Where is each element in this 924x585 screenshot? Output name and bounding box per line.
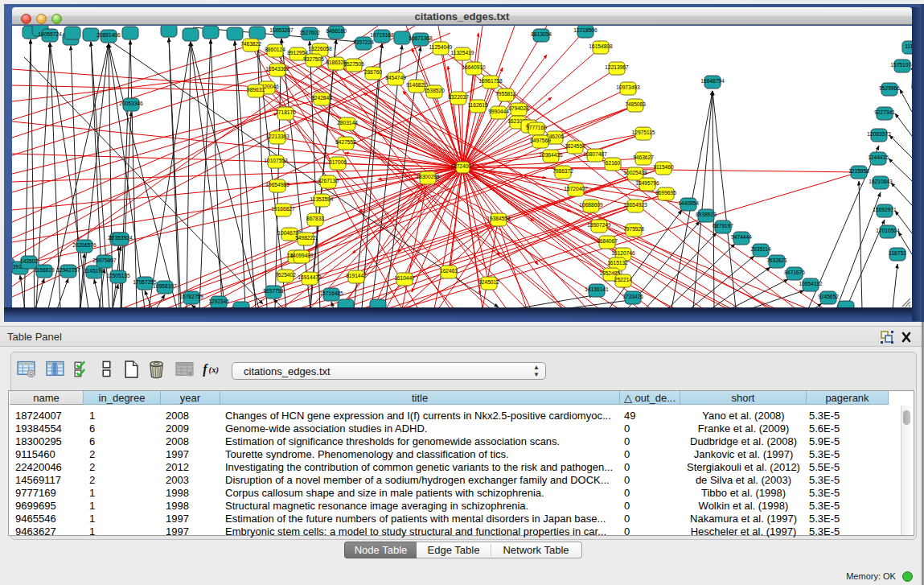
svg-text:18300295: 18300295 xyxy=(416,174,440,179)
svg-text:1292346: 1292346 xyxy=(208,299,229,304)
svg-text:12093573: 12093573 xyxy=(867,131,891,137)
svg-text:10107553: 10107553 xyxy=(264,158,288,163)
svg-text:9327505: 9327505 xyxy=(303,56,324,62)
svg-text:10973493: 10973493 xyxy=(616,84,640,90)
svg-text:9527505: 9527505 xyxy=(343,61,364,67)
svg-text:8454749: 8454749 xyxy=(385,75,406,80)
svg-text:9245012: 9245012 xyxy=(478,279,499,285)
svg-text:14099489: 14099489 xyxy=(290,253,314,258)
svg-text:10654112: 10654112 xyxy=(799,281,823,286)
svg-text:252214: 252214 xyxy=(614,277,632,282)
svg-text:11353594: 11353594 xyxy=(310,196,334,202)
svg-text:9529966: 9529966 xyxy=(879,85,900,91)
svg-text:15720407: 15720407 xyxy=(564,186,588,192)
svg-text:(x): (x) xyxy=(209,365,219,375)
svg-text:9115460: 9115460 xyxy=(653,164,674,170)
svg-text:7485083: 7485083 xyxy=(625,101,646,107)
svg-text:6466160: 6466160 xyxy=(326,28,347,34)
svg-text:1145194: 1145194 xyxy=(84,268,105,274)
svg-text:2718170: 2718170 xyxy=(275,109,296,115)
svg-text:9242843: 9242843 xyxy=(311,95,332,101)
svg-text:20364436: 20364436 xyxy=(539,152,563,158)
svg-text:16961758: 16961758 xyxy=(478,78,503,84)
svg-text:8191447: 8191447 xyxy=(346,273,367,278)
svg-text:6497568: 6497568 xyxy=(530,138,551,143)
svg-text:20206576: 20206576 xyxy=(72,242,97,248)
svg-text:10688609: 10688609 xyxy=(579,202,603,208)
svg-text:6794028: 6794028 xyxy=(508,105,529,111)
svg-text:9463627: 9463627 xyxy=(633,154,654,160)
svg-text:116753: 116753 xyxy=(889,250,906,256)
svg-text:8322037: 8322037 xyxy=(448,94,469,100)
svg-text:7632621: 7632621 xyxy=(766,257,787,263)
svg-text:17353924: 17353924 xyxy=(109,235,133,241)
svg-text:15692971: 15692971 xyxy=(873,207,897,212)
svg-text:f: f xyxy=(203,362,208,377)
svg-text:20691406: 20691406 xyxy=(97,32,121,38)
svg-text:12505135: 12505135 xyxy=(106,273,130,278)
svg-text:12213967: 12213967 xyxy=(605,64,629,70)
svg-text:7955812: 7955812 xyxy=(495,91,516,97)
svg-text:9245652: 9245652 xyxy=(818,294,839,299)
svg-text:19384554: 19384554 xyxy=(487,216,511,221)
svg-text:16782759: 16782759 xyxy=(179,294,203,299)
svg-text:9777169: 9777169 xyxy=(526,125,547,130)
svg-text:15751074: 15751074 xyxy=(890,62,912,68)
svg-text:16914479: 16914479 xyxy=(298,274,322,280)
svg-text:1162615: 1162615 xyxy=(467,102,488,108)
svg-text:8860124: 8860124 xyxy=(265,47,285,52)
svg-text:16671368: 16671368 xyxy=(409,35,433,41)
svg-text:3684067: 3684067 xyxy=(597,238,618,244)
svg-text:18907249: 18907249 xyxy=(587,222,611,228)
svg-text:16648794: 16648794 xyxy=(700,78,725,84)
svg-text:12942757: 12942757 xyxy=(56,267,80,273)
svg-text:2935114: 2935114 xyxy=(750,246,771,252)
svg-text:8938923: 8938923 xyxy=(696,212,717,217)
svg-text:5498222: 5498222 xyxy=(295,235,316,241)
svg-text:14055724: 14055724 xyxy=(38,31,62,37)
svg-text:18724007: 18724007 xyxy=(450,163,474,169)
svg-text:19166827: 19166827 xyxy=(271,206,295,212)
svg-text:6879197: 6879197 xyxy=(713,223,733,229)
svg-text:16543362: 16543362 xyxy=(265,66,290,72)
svg-text:10807487: 10807487 xyxy=(583,151,607,157)
svg-text:286760: 286760 xyxy=(364,69,382,75)
svg-text:3824554: 3824554 xyxy=(565,143,585,149)
svg-text:12218506: 12218506 xyxy=(573,27,598,33)
svg-text:867833: 867833 xyxy=(306,216,324,221)
svg-text:3267130: 3267130 xyxy=(318,178,339,183)
svg-text:8912954: 8912954 xyxy=(287,50,308,56)
svg-text:20053346: 20053346 xyxy=(119,101,143,106)
svg-text:1615132: 1615132 xyxy=(607,260,628,266)
svg-text:8471676: 8471676 xyxy=(784,270,805,275)
svg-text:1117: 1117 xyxy=(905,43,912,49)
svg-text:1610447: 1610447 xyxy=(394,275,415,281)
svg-text:1733426: 1733426 xyxy=(622,294,643,299)
svg-text:1527602: 1527602 xyxy=(299,30,320,35)
svg-text:16154808: 16154808 xyxy=(589,43,613,49)
svg-text:18495796: 18495796 xyxy=(635,180,659,186)
svg-text:10653267: 10653267 xyxy=(269,27,294,33)
svg-text:9699695: 9699695 xyxy=(655,190,676,196)
svg-text:9474444: 9474444 xyxy=(731,234,752,240)
svg-text:7463822: 7463822 xyxy=(240,41,261,47)
svg-text:317006: 317006 xyxy=(329,159,347,165)
svg-text:1440954: 1440954 xyxy=(678,200,699,206)
svg-text:29975867: 29975867 xyxy=(92,257,117,263)
svg-text:10958107: 10958107 xyxy=(153,283,177,289)
svg-text:162463: 162463 xyxy=(440,268,458,274)
svg-text:8427552: 8427552 xyxy=(335,139,356,145)
svg-text:11254049: 11254049 xyxy=(429,44,453,50)
svg-text:9990444: 9990444 xyxy=(488,109,509,114)
svg-text:3215958: 3215958 xyxy=(848,168,869,174)
svg-text:19654983: 19654983 xyxy=(265,182,290,187)
svg-text:9657791: 9657791 xyxy=(263,288,284,294)
svg-text:7357224: 7357224 xyxy=(353,39,374,45)
svg-text:1538520: 1538520 xyxy=(424,88,445,93)
svg-text:7625402: 7625402 xyxy=(275,272,296,278)
svg-text:16120746: 16120746 xyxy=(611,250,635,256)
svg-text:13654923: 13654923 xyxy=(623,202,647,208)
svg-text:12975115: 12975115 xyxy=(632,130,655,135)
svg-text:9146821: 9146821 xyxy=(406,82,427,88)
svg-text:989631: 989631 xyxy=(247,87,265,93)
